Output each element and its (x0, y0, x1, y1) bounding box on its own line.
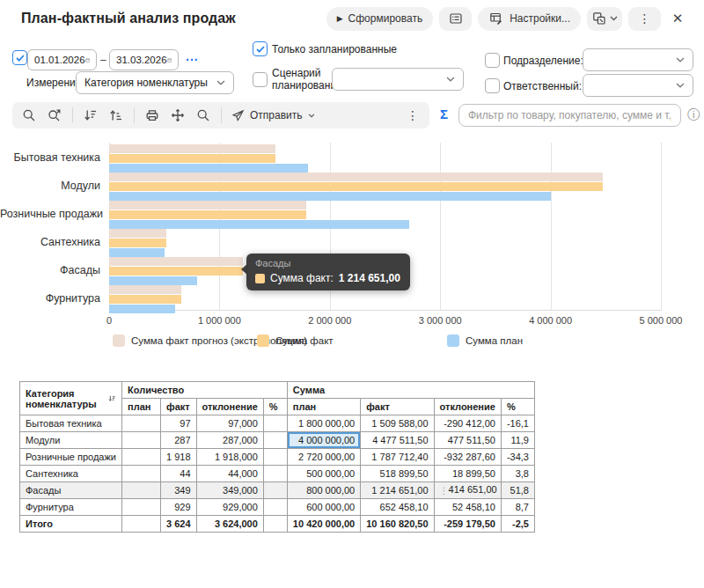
scenario-select[interactable] (332, 68, 464, 91)
cell-0[interactable] (122, 482, 161, 499)
change-form-button[interactable] (587, 7, 622, 31)
col-header-category[interactable]: Категория номенклатуры (20, 382, 122, 415)
col-header-1[interactable]: факт (161, 399, 197, 415)
cell-2[interactable]: 929,000 (196, 499, 263, 516)
col-header-2[interactable]: отклонение (196, 399, 263, 415)
bar-forecast[interactable] (109, 201, 306, 209)
cell-7[interactable]: -16,1 (501, 415, 534, 432)
period-checkbox[interactable] (12, 50, 27, 65)
cell-7[interactable]: -2,5 (501, 516, 534, 533)
bar-forecast[interactable] (109, 144, 275, 153)
zoom-search-button[interactable] (195, 107, 211, 123)
cell-4[interactable]: 1 800 000,00 (287, 415, 360, 432)
cell-6[interactable]: 18 899,50 (434, 466, 501, 482)
cell-6[interactable]: ⋮414 651,00 (434, 482, 501, 499)
bar-fact[interactable] (109, 154, 275, 163)
bar-plan[interactable] (109, 192, 551, 201)
bar-plan[interactable] (109, 164, 308, 173)
cell-7[interactable]: 51,8 (501, 482, 534, 499)
cell-7[interactable]: 11,9 (501, 432, 534, 449)
cell-5[interactable]: 518 899,50 (361, 466, 434, 482)
department-label[interactable]: Подразделение: (503, 55, 583, 67)
close-button[interactable]: ✕ (667, 7, 688, 31)
info-icon[interactable]: ⓘ (687, 107, 700, 123)
col-header-3[interactable]: % (263, 399, 287, 415)
date-to-input[interactable]: 31.03.2026 (109, 49, 179, 70)
settings-button[interactable]: Настройки... (478, 7, 581, 31)
calendar-icon[interactable] (85, 55, 90, 66)
bar-fact[interactable] (109, 182, 603, 191)
bar-fact[interactable] (109, 295, 181, 304)
date-from-input[interactable]: 01.01.2026 (27, 49, 97, 70)
cell-4[interactable]: 600 000,00 (287, 499, 360, 516)
cell-5[interactable]: 652 458,10 (361, 499, 434, 516)
bar-plan[interactable] (109, 305, 175, 313)
cell-7[interactable]: -34,3 (501, 449, 534, 466)
cell-category[interactable]: Фасады (20, 482, 122, 499)
calendar-icon[interactable] (167, 55, 172, 66)
department-select[interactable] (583, 48, 693, 71)
cell-0[interactable] (122, 516, 161, 533)
cell-6[interactable]: -259 179,50 (434, 516, 501, 533)
bar-plan[interactable] (109, 248, 165, 257)
cell-1[interactable]: 44 (161, 466, 197, 482)
send-button[interactable]: Отправить (231, 109, 315, 122)
cell-1[interactable]: 349 (161, 482, 197, 499)
responsible-checkbox[interactable] (485, 78, 500, 93)
cell-6[interactable]: -290 412,00 (434, 415, 501, 432)
cell-0[interactable] (122, 432, 161, 449)
cell-1[interactable]: 1 918 (161, 449, 197, 466)
cell-4[interactable]: 2 720 000,00 (287, 449, 360, 466)
cell-2[interactable]: 287,000 (196, 432, 263, 449)
quick-filter-input[interactable] (458, 104, 681, 127)
header-more-button[interactable]: ⋮ (628, 7, 661, 31)
cell-3[interactable] (263, 466, 287, 482)
department-checkbox[interactable] (485, 53, 500, 68)
cell-category[interactable]: Сантехника (20, 466, 122, 482)
only-planned-checkbox[interactable] (253, 41, 268, 56)
cell-4[interactable]: 10 420 000,00 (287, 516, 360, 533)
col-header-0[interactable]: план (122, 399, 161, 415)
col-group-sum[interactable]: Сумма (287, 382, 534, 399)
cell-category[interactable]: Модули (20, 432, 122, 449)
cell-3[interactable] (263, 516, 287, 533)
generate-button[interactable]: ▶ Сформировать (326, 7, 434, 31)
cell-5[interactable]: 1 787 712,40 (361, 449, 434, 466)
col-header-4[interactable]: план (287, 399, 360, 415)
cell-2[interactable]: 1 918,000 (196, 449, 263, 466)
cell-0[interactable] (122, 449, 161, 466)
cell-6[interactable]: -932 287,60 (434, 449, 501, 466)
bar-forecast[interactable] (109, 229, 166, 238)
cell-6[interactable]: 52 458,10 (434, 499, 501, 516)
sort-icon[interactable] (108, 393, 116, 405)
sum-totals-button[interactable]: Σ (440, 107, 448, 121)
search-button[interactable] (21, 107, 37, 123)
col-group-quantity[interactable]: Количество (122, 382, 288, 399)
cell-category[interactable]: Бытовая техника (20, 415, 122, 432)
cell-0[interactable] (122, 415, 161, 432)
cell-3[interactable] (263, 482, 287, 499)
cell-5[interactable]: 1 509 588,00 (361, 415, 434, 432)
cell-0[interactable] (122, 499, 161, 516)
report-variants-button[interactable] (439, 7, 472, 31)
bar-fact[interactable] (109, 239, 166, 247)
cell-1[interactable]: 97 (161, 415, 197, 432)
cell-menu-icon[interactable]: ⋮ (440, 484, 449, 497)
bar-plan[interactable] (109, 220, 409, 229)
cell-4[interactable]: 500 000,00 (287, 466, 360, 482)
cell-4[interactable]: 800 000,00 (287, 482, 360, 499)
bar-forecast[interactable] (109, 173, 603, 181)
cell-5[interactable]: 4 477 511,50 (361, 432, 434, 449)
cell-5[interactable]: 1 214 651,00 (361, 482, 434, 499)
sort-descending-button[interactable] (83, 107, 99, 123)
responsible-select[interactable] (583, 74, 693, 97)
scenario-checkbox[interactable] (253, 72, 268, 87)
cell-1[interactable]: 287 (161, 432, 197, 449)
cell-2[interactable]: 349,000 (196, 482, 263, 499)
cell-3[interactable] (263, 499, 287, 516)
cell-1[interactable]: 3 624 (161, 516, 197, 533)
cell-3[interactable] (263, 415, 287, 432)
responsible-label[interactable]: Ответственный: (503, 80, 582, 92)
cell-7[interactable]: 3,8 (501, 466, 534, 482)
cell-0[interactable] (122, 466, 161, 482)
